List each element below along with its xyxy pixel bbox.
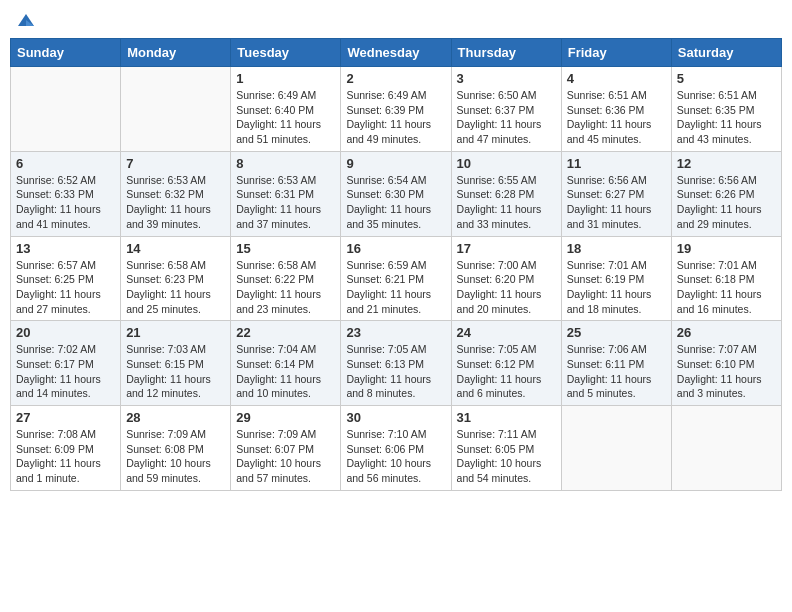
calendar-cell: 16Sunrise: 6:59 AM Sunset: 6:21 PM Dayli…: [341, 236, 451, 321]
calendar-week-2: 6Sunrise: 6:52 AM Sunset: 6:33 PM Daylig…: [11, 151, 782, 236]
calendar-cell: 11Sunrise: 6:56 AM Sunset: 6:27 PM Dayli…: [561, 151, 671, 236]
calendar-cell: 28Sunrise: 7:09 AM Sunset: 6:08 PM Dayli…: [121, 406, 231, 491]
calendar-cell: 7Sunrise: 6:53 AM Sunset: 6:32 PM Daylig…: [121, 151, 231, 236]
day-info: Sunrise: 6:59 AM Sunset: 6:21 PM Dayligh…: [346, 258, 445, 317]
day-info: Sunrise: 6:58 AM Sunset: 6:22 PM Dayligh…: [236, 258, 335, 317]
day-number: 6: [16, 156, 115, 171]
calendar-cell: 4Sunrise: 6:51 AM Sunset: 6:36 PM Daylig…: [561, 67, 671, 152]
day-info: Sunrise: 6:56 AM Sunset: 6:27 PM Dayligh…: [567, 173, 666, 232]
day-info: Sunrise: 6:55 AM Sunset: 6:28 PM Dayligh…: [457, 173, 556, 232]
day-info: Sunrise: 7:00 AM Sunset: 6:20 PM Dayligh…: [457, 258, 556, 317]
day-number: 5: [677, 71, 776, 86]
day-info: Sunrise: 6:53 AM Sunset: 6:32 PM Dayligh…: [126, 173, 225, 232]
day-info: Sunrise: 6:57 AM Sunset: 6:25 PM Dayligh…: [16, 258, 115, 317]
calendar-cell: 18Sunrise: 7:01 AM Sunset: 6:19 PM Dayli…: [561, 236, 671, 321]
calendar-cell: [561, 406, 671, 491]
calendar-cell: 19Sunrise: 7:01 AM Sunset: 6:18 PM Dayli…: [671, 236, 781, 321]
calendar-cell: 9Sunrise: 6:54 AM Sunset: 6:30 PM Daylig…: [341, 151, 451, 236]
day-number: 24: [457, 325, 556, 340]
day-info: Sunrise: 7:05 AM Sunset: 6:12 PM Dayligh…: [457, 342, 556, 401]
calendar-cell: [11, 67, 121, 152]
calendar-cell: 30Sunrise: 7:10 AM Sunset: 6:06 PM Dayli…: [341, 406, 451, 491]
day-number: 22: [236, 325, 335, 340]
day-info: Sunrise: 6:51 AM Sunset: 6:36 PM Dayligh…: [567, 88, 666, 147]
calendar-week-5: 27Sunrise: 7:08 AM Sunset: 6:09 PM Dayli…: [11, 406, 782, 491]
day-number: 17: [457, 241, 556, 256]
calendar-header-wednesday: Wednesday: [341, 39, 451, 67]
calendar-cell: 13Sunrise: 6:57 AM Sunset: 6:25 PM Dayli…: [11, 236, 121, 321]
day-number: 9: [346, 156, 445, 171]
day-info: Sunrise: 7:10 AM Sunset: 6:06 PM Dayligh…: [346, 427, 445, 486]
day-info: Sunrise: 7:06 AM Sunset: 6:11 PM Dayligh…: [567, 342, 666, 401]
logo-icon: [16, 10, 36, 30]
day-number: 29: [236, 410, 335, 425]
calendar-header-monday: Monday: [121, 39, 231, 67]
day-info: Sunrise: 6:49 AM Sunset: 6:39 PM Dayligh…: [346, 88, 445, 147]
day-number: 21: [126, 325, 225, 340]
calendar-cell: 6Sunrise: 6:52 AM Sunset: 6:33 PM Daylig…: [11, 151, 121, 236]
calendar-cell: [121, 67, 231, 152]
day-number: 2: [346, 71, 445, 86]
day-number: 1: [236, 71, 335, 86]
calendar-cell: 25Sunrise: 7:06 AM Sunset: 6:11 PM Dayli…: [561, 321, 671, 406]
day-info: Sunrise: 7:09 AM Sunset: 6:08 PM Dayligh…: [126, 427, 225, 486]
calendar-cell: 27Sunrise: 7:08 AM Sunset: 6:09 PM Dayli…: [11, 406, 121, 491]
calendar-week-3: 13Sunrise: 6:57 AM Sunset: 6:25 PM Dayli…: [11, 236, 782, 321]
day-number: 3: [457, 71, 556, 86]
calendar-cell: 14Sunrise: 6:58 AM Sunset: 6:23 PM Dayli…: [121, 236, 231, 321]
calendar-week-1: 1Sunrise: 6:49 AM Sunset: 6:40 PM Daylig…: [11, 67, 782, 152]
day-number: 26: [677, 325, 776, 340]
day-number: 28: [126, 410, 225, 425]
day-number: 23: [346, 325, 445, 340]
day-info: Sunrise: 7:08 AM Sunset: 6:09 PM Dayligh…: [16, 427, 115, 486]
calendar-table: SundayMondayTuesdayWednesdayThursdayFrid…: [10, 38, 782, 491]
day-number: 20: [16, 325, 115, 340]
day-number: 15: [236, 241, 335, 256]
day-number: 8: [236, 156, 335, 171]
calendar-cell: 15Sunrise: 6:58 AM Sunset: 6:22 PM Dayli…: [231, 236, 341, 321]
day-info: Sunrise: 7:05 AM Sunset: 6:13 PM Dayligh…: [346, 342, 445, 401]
day-info: Sunrise: 7:03 AM Sunset: 6:15 PM Dayligh…: [126, 342, 225, 401]
calendar-cell: 10Sunrise: 6:55 AM Sunset: 6:28 PM Dayli…: [451, 151, 561, 236]
day-number: 4: [567, 71, 666, 86]
day-number: 14: [126, 241, 225, 256]
calendar-header-friday: Friday: [561, 39, 671, 67]
day-number: 30: [346, 410, 445, 425]
calendar-week-4: 20Sunrise: 7:02 AM Sunset: 6:17 PM Dayli…: [11, 321, 782, 406]
day-info: Sunrise: 7:11 AM Sunset: 6:05 PM Dayligh…: [457, 427, 556, 486]
day-info: Sunrise: 6:54 AM Sunset: 6:30 PM Dayligh…: [346, 173, 445, 232]
logo: [14, 10, 36, 30]
calendar-header-tuesday: Tuesday: [231, 39, 341, 67]
calendar-header-row: SundayMondayTuesdayWednesdayThursdayFrid…: [11, 39, 782, 67]
day-number: 27: [16, 410, 115, 425]
calendar-cell: 26Sunrise: 7:07 AM Sunset: 6:10 PM Dayli…: [671, 321, 781, 406]
calendar-cell: 8Sunrise: 6:53 AM Sunset: 6:31 PM Daylig…: [231, 151, 341, 236]
day-number: 18: [567, 241, 666, 256]
calendar-cell: [671, 406, 781, 491]
calendar-cell: 17Sunrise: 7:00 AM Sunset: 6:20 PM Dayli…: [451, 236, 561, 321]
day-number: 10: [457, 156, 556, 171]
calendar-header-thursday: Thursday: [451, 39, 561, 67]
day-number: 16: [346, 241, 445, 256]
day-number: 19: [677, 241, 776, 256]
day-info: Sunrise: 7:01 AM Sunset: 6:19 PM Dayligh…: [567, 258, 666, 317]
day-number: 13: [16, 241, 115, 256]
day-info: Sunrise: 6:53 AM Sunset: 6:31 PM Dayligh…: [236, 173, 335, 232]
day-info: Sunrise: 7:09 AM Sunset: 6:07 PM Dayligh…: [236, 427, 335, 486]
calendar-cell: 31Sunrise: 7:11 AM Sunset: 6:05 PM Dayli…: [451, 406, 561, 491]
day-info: Sunrise: 7:04 AM Sunset: 6:14 PM Dayligh…: [236, 342, 335, 401]
calendar-header-saturday: Saturday: [671, 39, 781, 67]
calendar-cell: 12Sunrise: 6:56 AM Sunset: 6:26 PM Dayli…: [671, 151, 781, 236]
calendar-cell: 23Sunrise: 7:05 AM Sunset: 6:13 PM Dayli…: [341, 321, 451, 406]
day-info: Sunrise: 7:01 AM Sunset: 6:18 PM Dayligh…: [677, 258, 776, 317]
day-info: Sunrise: 7:07 AM Sunset: 6:10 PM Dayligh…: [677, 342, 776, 401]
calendar-cell: 20Sunrise: 7:02 AM Sunset: 6:17 PM Dayli…: [11, 321, 121, 406]
day-number: 31: [457, 410, 556, 425]
day-info: Sunrise: 6:58 AM Sunset: 6:23 PM Dayligh…: [126, 258, 225, 317]
calendar-cell: 5Sunrise: 6:51 AM Sunset: 6:35 PM Daylig…: [671, 67, 781, 152]
calendar-cell: 3Sunrise: 6:50 AM Sunset: 6:37 PM Daylig…: [451, 67, 561, 152]
day-info: Sunrise: 6:56 AM Sunset: 6:26 PM Dayligh…: [677, 173, 776, 232]
day-info: Sunrise: 6:51 AM Sunset: 6:35 PM Dayligh…: [677, 88, 776, 147]
calendar-cell: 29Sunrise: 7:09 AM Sunset: 6:07 PM Dayli…: [231, 406, 341, 491]
calendar-cell: 2Sunrise: 6:49 AM Sunset: 6:39 PM Daylig…: [341, 67, 451, 152]
